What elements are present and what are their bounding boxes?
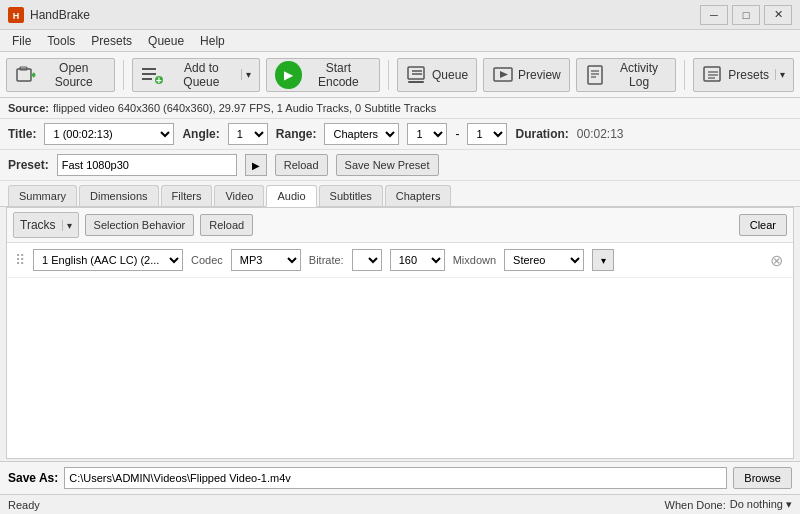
svg-text:+: + xyxy=(157,75,163,86)
mixdown-down-button[interactable]: ▾ xyxy=(592,249,614,271)
start-encode-button[interactable]: ▶ Start Encode xyxy=(266,58,380,92)
presets-dropdown-arrow[interactable]: ▾ xyxy=(775,69,785,80)
when-done-value[interactable]: Do nothing ▾ xyxy=(730,498,792,511)
svg-text:H: H xyxy=(13,11,20,21)
app-icon: H xyxy=(8,7,24,23)
presets-icon xyxy=(702,64,724,86)
preset-label: Preset: xyxy=(8,158,49,172)
svg-line-6 xyxy=(33,75,35,77)
title-bar-left: H HandBrake xyxy=(8,7,90,23)
queue-icon xyxy=(406,64,428,86)
add-queue-icon: + xyxy=(141,64,163,86)
tab-filters[interactable]: Filters xyxy=(161,185,213,206)
preview-button[interactable]: Preview xyxy=(483,58,570,92)
audio-reload-button[interactable]: Reload xyxy=(200,214,253,236)
range-dash: - xyxy=(455,127,459,141)
audio-content: ⠿ 1 English (AAC LC) (2... Codec MP3 AAC… xyxy=(7,243,793,458)
angle-label: Angle: xyxy=(182,127,219,141)
range-from-select[interactable]: 1 xyxy=(407,123,447,145)
svg-rect-9 xyxy=(142,78,152,80)
bitrate-label: Bitrate: xyxy=(309,254,344,266)
open-source-button[interactable]: Open Source xyxy=(6,58,115,92)
status-right: When Done: Do nothing ▾ xyxy=(665,498,792,511)
preview-icon xyxy=(492,64,514,86)
codec-label: Codec xyxy=(191,254,223,266)
bitrate-select[interactable]: ▾ xyxy=(352,249,382,271)
activity-log-label: Activity Log xyxy=(611,61,668,89)
browse-button[interactable]: Browse xyxy=(733,467,792,489)
toolbar-sep-2 xyxy=(388,60,389,90)
tab-summary[interactable]: Summary xyxy=(8,185,77,206)
preset-arrow-button[interactable]: ▶ xyxy=(245,154,267,176)
status-bar: Ready When Done: Do nothing ▾ xyxy=(0,494,800,514)
codec-select[interactable]: MP3 AAC AC3 FLAC xyxy=(231,249,301,271)
mixdown-select[interactable]: Stereo Mono 5.1 Passthru xyxy=(504,249,584,271)
remove-track-button[interactable]: ⊗ xyxy=(767,251,785,269)
title-select[interactable]: 1 (00:02:13) xyxy=(44,123,174,145)
preset-reload-button[interactable]: Reload xyxy=(275,154,328,176)
audio-panel: Tracks ▾ Selection Behavior Reload Clear… xyxy=(6,207,794,459)
audio-track-row: ⠿ 1 English (AAC LC) (2... Codec MP3 AAC… xyxy=(7,243,793,278)
presets-button[interactable]: Presets ▾ xyxy=(693,58,794,92)
start-encode-icon: ▶ xyxy=(275,61,301,89)
close-button[interactable]: ✕ xyxy=(764,5,792,25)
audio-clear-button[interactable]: Clear xyxy=(739,214,787,236)
presets-label: Presets xyxy=(728,68,769,82)
open-source-label: Open Source xyxy=(41,61,106,89)
menu-file[interactable]: File xyxy=(4,32,39,50)
source-info: flipped video 640x360 (640x360), 29.97 F… xyxy=(53,102,436,114)
add-to-queue-label: Add to Queue xyxy=(167,61,235,89)
title-bar: H HandBrake ─ □ ✕ xyxy=(0,0,800,30)
tab-chapters[interactable]: Chapters xyxy=(385,185,452,206)
source-bar: Source: flipped video 640x360 (640x360),… xyxy=(0,98,800,119)
save-row: Save As: Browse xyxy=(0,461,800,494)
menu-queue[interactable]: Queue xyxy=(140,32,192,50)
drag-handle[interactable]: ⠿ xyxy=(15,252,25,268)
preset-input[interactable] xyxy=(57,154,237,176)
activity-log-button[interactable]: Activity Log xyxy=(576,58,677,92)
preview-label: Preview xyxy=(518,68,561,82)
tabs-row: Summary Dimensions Filters Video Audio S… xyxy=(0,181,800,207)
menu-tools[interactable]: Tools xyxy=(39,32,83,50)
tracks-button[interactable]: Tracks ▾ xyxy=(13,212,79,238)
range-to-select[interactable]: 1 xyxy=(467,123,507,145)
bitrate-value-select[interactable]: 160 128 192 256 320 xyxy=(390,249,445,271)
window-controls: ─ □ ✕ xyxy=(700,5,792,25)
track-select[interactable]: 1 English (AAC LC) (2... xyxy=(33,249,183,271)
start-encode-label: Start Encode xyxy=(306,61,371,89)
add-to-queue-button[interactable]: + Add to Queue ▾ xyxy=(132,58,260,92)
queue-button[interactable]: Queue xyxy=(397,58,477,92)
angle-select[interactable]: 1 xyxy=(228,123,268,145)
menu-bar: File Tools Presets Queue Help xyxy=(0,30,800,52)
save-path-input[interactable] xyxy=(64,467,727,489)
options-row: Title: 1 (00:02:13) Angle: 1 Range: Chap… xyxy=(0,119,800,150)
selection-behavior-button[interactable]: Selection Behavior xyxy=(85,214,195,236)
tab-video[interactable]: Video xyxy=(214,185,264,206)
audio-panel-area: Tracks ▾ Selection Behavior Reload Clear… xyxy=(0,207,800,461)
menu-help[interactable]: Help xyxy=(192,32,233,50)
menu-presets[interactable]: Presets xyxy=(83,32,140,50)
mixdown-label: Mixdown xyxy=(453,254,496,266)
tab-audio[interactable]: Audio xyxy=(266,185,316,207)
tracks-dropdown-arrow[interactable]: ▾ xyxy=(62,220,72,231)
range-type-select[interactable]: Chapters xyxy=(324,123,399,145)
add-queue-dropdown-arrow[interactable]: ▾ xyxy=(241,69,251,80)
duration-value: 00:02:13 xyxy=(577,127,624,141)
preset-row: Preset: ▶ Reload Save New Preset xyxy=(0,150,800,181)
maximize-button[interactable]: □ xyxy=(732,5,760,25)
status-text: Ready xyxy=(8,499,40,511)
toolbar-sep-1 xyxy=(123,60,124,90)
svg-rect-2 xyxy=(17,69,31,81)
svg-rect-12 xyxy=(408,67,424,79)
svg-marker-17 xyxy=(500,71,508,78)
audio-toolbar: Tracks ▾ Selection Behavior Reload Clear xyxy=(7,208,793,243)
activity-log-icon xyxy=(585,64,607,86)
title-label: Title: xyxy=(8,127,36,141)
app-title: HandBrake xyxy=(30,8,90,22)
save-as-label: Save As: xyxy=(8,471,58,485)
tab-subtitles[interactable]: Subtitles xyxy=(319,185,383,206)
minimize-button[interactable]: ─ xyxy=(700,5,728,25)
svg-rect-18 xyxy=(588,66,602,84)
preset-save-button[interactable]: Save New Preset xyxy=(336,154,439,176)
tab-dimensions[interactable]: Dimensions xyxy=(79,185,158,206)
